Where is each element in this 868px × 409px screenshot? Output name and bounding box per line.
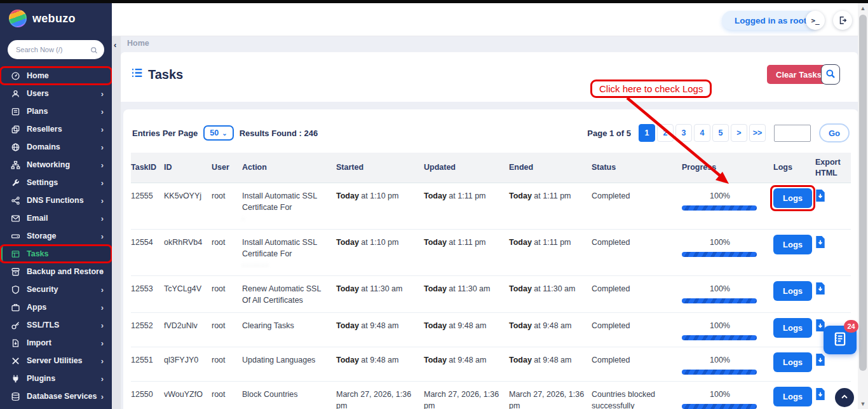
task-row-12552: 12552fVD2uNlvrootClearing TasksToday at … <box>131 313 851 347</box>
sidebar-item-email[interactable]: Email› <box>0 209 112 227</box>
journal-icon <box>832 331 848 349</box>
column-header-started: Started <box>336 160 424 175</box>
sidebar-item-networking[interactable]: Networking› <box>0 156 112 174</box>
progress-bar <box>682 404 757 409</box>
page-button-1[interactable]: 1 <box>639 124 655 142</box>
sidebar-item-label: Domains <box>27 142 60 151</box>
chevron-right-icon: › <box>101 338 104 348</box>
sidebar-item-import[interactable]: Import› <box>0 334 112 352</box>
updated-cell: Today at 1:11 pm <box>424 183 509 208</box>
sidebar-item-apps[interactable]: Apps› <box>0 298 112 316</box>
entries-per-page-select[interactable]: 50 ⌄ <box>203 125 233 141</box>
progress-bar <box>682 252 757 257</box>
plans-icon <box>11 107 20 116</box>
sidebar-item-plans[interactable]: Plans› <box>0 102 112 120</box>
redacted-domain-text: ......... <box>242 260 331 269</box>
page-button-3[interactable]: 3 <box>675 124 692 142</box>
brand[interactable]: webuzo <box>0 3 112 34</box>
tools-icon <box>11 356 20 366</box>
scrollbar-thumb[interactable] <box>859 15 867 371</box>
go-to-page-input[interactable] <box>774 125 811 142</box>
go-button[interactable]: Go <box>819 123 850 142</box>
sidebar-item-settings[interactable]: Settings› <box>0 174 112 191</box>
sidebar-item-storage[interactable]: Storage› <box>0 227 112 245</box>
scroll-to-top-button[interactable] <box>835 388 854 407</box>
column-header-export-html: Export HTML <box>815 155 847 181</box>
logs-button[interactable]: Logs <box>773 188 812 208</box>
floating-tasks-button[interactable]: 24 <box>824 326 857 354</box>
terminal-icon[interactable]: >_ <box>806 11 825 30</box>
export-html-download-icon[interactable] <box>815 359 825 368</box>
sidebar-collapse-strip <box>112 36 121 409</box>
sidebar-item-security[interactable]: Security› <box>0 281 112 298</box>
progress-percent-label: 100% <box>682 354 758 366</box>
export-html-download-icon[interactable] <box>815 393 825 402</box>
sidebar-item-users[interactable]: Users› <box>0 85 112 102</box>
started-cell: March 27, 2026, 1:36 pm <box>336 382 424 409</box>
sidebar-item-label: Storage <box>27 232 57 240</box>
sidebar-item-domains[interactable]: Domains› <box>0 138 112 156</box>
page-button-4[interactable]: 4 <box>694 124 710 142</box>
chevron-right-icon: › <box>101 160 104 170</box>
page-button-2[interactable]: 2 <box>657 124 674 142</box>
page-button-5[interactable]: 5 <box>712 124 729 142</box>
scrollbar-up-arrow[interactable]: ▲ <box>858 5 868 11</box>
column-header-status: Status <box>592 160 682 175</box>
sidebar-item-dns-functions[interactable]: DNS Functions› <box>0 191 112 209</box>
chevron-right-icon: › <box>101 285 104 295</box>
column-header-action: Action <box>242 160 336 175</box>
sidebar-item-label: Home <box>27 71 49 80</box>
sidebar-item-database-services[interactable]: Database Services› <box>0 387 112 405</box>
progress-cell: 100% <box>682 276 773 310</box>
started-cell: Today at 11:30 am <box>336 276 424 301</box>
wrench-icon <box>11 178 20 188</box>
chevron-right-icon: › <box>101 89 104 99</box>
logs-button[interactable]: Logs <box>773 281 812 301</box>
logs-button[interactable]: Logs <box>773 318 812 338</box>
sidebar-item-resellers[interactable]: Resellers› <box>0 120 112 138</box>
status-cell: Completed <box>592 276 682 301</box>
task-row-12553: 12553TcYCLg4VrootRenew Automatic SSL Of … <box>131 276 851 313</box>
sidebar-item-ssl-tls[interactable]: SSL/TLS› <box>0 316 112 334</box>
sidebar-item-tasks[interactable]: Tasks <box>0 245 112 263</box>
logged-in-as-root-button[interactable]: Logged in as root <box>722 11 819 30</box>
chevron-right-icon: › <box>101 125 104 134</box>
logs-button[interactable]: Logs <box>773 352 812 372</box>
logs-button[interactable]: Logs <box>773 387 812 406</box>
logs-button[interactable]: Logs <box>773 235 812 254</box>
export-html-download-icon[interactable] <box>815 241 825 250</box>
globe-icon <box>11 142 20 152</box>
logout-icon[interactable] <box>833 11 852 30</box>
sidebar-item-label: Import <box>27 338 51 347</box>
sidebar-item-label: Database Services <box>27 392 97 401</box>
share-nodes-icon <box>11 196 20 205</box>
scrollbar[interactable]: ▲ ▼ <box>858 3 868 409</box>
export-html-download-icon[interactable] <box>815 288 825 296</box>
breadcrumb[interactable]: Home <box>127 39 149 48</box>
updated-cell: Today at 1:11 pm <box>424 230 509 254</box>
sidebar-item-server-utilities[interactable]: Server Utilities› <box>0 352 112 370</box>
table-search-button[interactable] <box>821 64 840 85</box>
user-cell: root <box>212 276 242 301</box>
scrollbar-down-arrow[interactable]: ▼ <box>858 401 868 407</box>
progress-bar <box>682 370 757 375</box>
progress-cell: 100% <box>682 347 773 381</box>
chevron-right-icon: › <box>101 196 104 205</box>
sidebar-item-plugins[interactable]: Plugins› <box>0 370 112 387</box>
action-cell: Clearing Tasks <box>242 313 336 338</box>
started-cell: Today at 1:10 pm <box>336 230 424 254</box>
chevron-right-icon: › <box>101 356 104 366</box>
user-cell: root <box>212 382 242 406</box>
export-html-download-icon[interactable] <box>815 195 825 204</box>
collapse-sidebar-icon[interactable]: ‹ <box>114 40 116 50</box>
ended-cell: March 27, 2026, 1:36 pm <box>509 382 592 409</box>
column-header-updated: Updated <box>424 160 509 175</box>
next-page-button[interactable]: > <box>731 124 747 142</box>
backup-icon <box>11 267 20 277</box>
ended-cell: Today at 1:11 pm <box>509 183 592 208</box>
table-header-row: TaskIDIDUserActionStartedUpdatedEndedSta… <box>131 153 851 183</box>
sidebar-item-backup-and-restore[interactable]: Backup and Restore› <box>0 263 112 281</box>
last-page-button[interactable]: >> <box>749 124 766 142</box>
sidebar-item-home[interactable]: Home <box>0 67 112 85</box>
updated-cell: Today at 11:30 am <box>424 276 509 301</box>
